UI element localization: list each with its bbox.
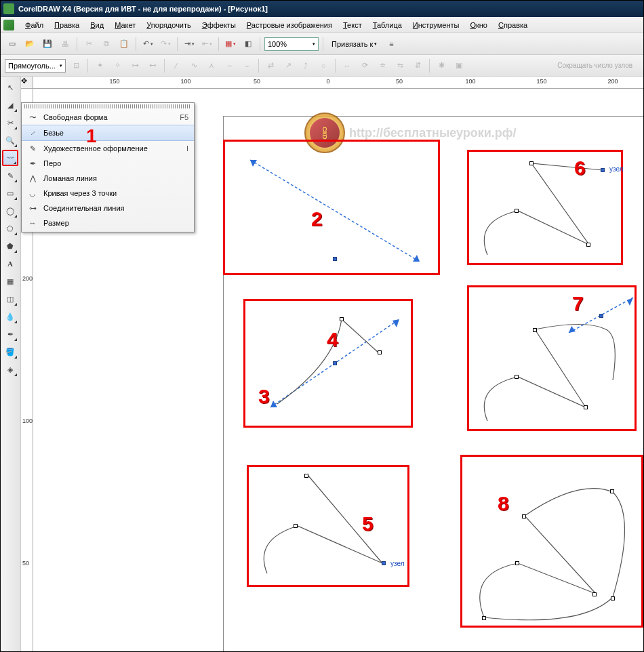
crop-tool[interactable]: ✂ [2, 115, 18, 131]
join-nodes-button[interactable]: ⊶ [127, 58, 142, 73]
menu-инструменты[interactable]: Инструменты [407, 19, 465, 31]
annotation-number-7: 7 [572, 292, 584, 315]
menu-текст[interactable]: Текст [338, 19, 367, 31]
import-button[interactable]: ⇥▾ [182, 37, 197, 52]
cut-button[interactable]: ✂ [81, 37, 96, 52]
polygon-tool[interactable]: ⬠ [2, 220, 18, 237]
svg-marker-8 [627, 298, 633, 306]
outline-tool[interactable]: ✒ [2, 326, 18, 342]
menu-эффекты[interactable]: Эффекты [197, 19, 241, 31]
align-button[interactable]: ≑ [375, 58, 390, 73]
pick-tool[interactable]: ↖ [2, 79, 18, 96]
cusp-node-button[interactable]: ⋏ [204, 58, 219, 73]
polyline-icon: ⋀ [27, 173, 38, 184]
menu-правка[interactable]: Правка [49, 19, 85, 31]
reflect-v-button[interactable]: ⇵ [410, 58, 425, 73]
fly-shortcut: F5 [180, 113, 188, 121]
s7n2 [515, 375, 519, 379]
flyout-freehand[interactable]: 〜Свободная формаF5 [22, 110, 194, 125]
delete-node-button[interactable]: ✧ [110, 58, 125, 73]
welcome-button[interactable]: ◧ [241, 37, 256, 52]
flyout-grip[interactable] [24, 104, 191, 108]
menu-таблица[interactable]: Таблица [367, 19, 407, 31]
annotation-number-3: 3 [258, 385, 270, 408]
select-all-button[interactable]: ▣ [451, 58, 466, 73]
text-tool[interactable]: A [2, 256, 18, 272]
flyout-pen[interactable]: ✒Перо [22, 156, 194, 171]
break-node-button[interactable]: ⊷ [145, 58, 160, 73]
fly-shortcut: I [186, 144, 188, 152]
node-label-5: узел [390, 560, 405, 567]
flyout-dimension[interactable]: ↔Размер [22, 216, 194, 230]
menu-app-icon[interactable] [3, 20, 14, 30]
interactive-fill-tool[interactable]: ◈ [2, 361, 18, 378]
menu-макет[interactable]: Макет [109, 19, 141, 31]
rotate-button[interactable]: ⟳ [357, 58, 372, 73]
to-line-button[interactable]: ∕ [169, 58, 184, 73]
flyout-bezier[interactable]: ⟋Безье [22, 125, 194, 141]
menubar: ФайлПравкаВидМакетУпорядочитьЭффектыРаст… [1, 17, 643, 33]
fill-tool[interactable]: 🪣 [2, 344, 18, 360]
zoom-tool[interactable]: 🔍 [2, 132, 18, 148]
step-5-drawing [247, 465, 409, 587]
new-button[interactable]: ▭ [5, 37, 20, 52]
menu-растровые изображения[interactable]: Растровые изображения [241, 19, 338, 31]
ruler-origin[interactable]: ✥ [21, 77, 33, 89]
open-button[interactable]: 📂 [22, 37, 37, 52]
extend-button[interactable]: ↗ [281, 58, 296, 73]
reflect-h-button[interactable]: ⇋ [393, 58, 407, 73]
copy-button[interactable]: ⧉ [99, 37, 114, 52]
undo-button[interactable]: ↶▾ [140, 37, 155, 52]
symm-node-button[interactable]: ⌣ [239, 58, 254, 73]
reduce-nodes-label: Сокращать число узлов [557, 62, 639, 69]
snap-label: Привязать к [331, 40, 373, 48]
interactive-tool[interactable]: ◫ [2, 291, 18, 307]
smart-tool[interactable]: ✎ [2, 167, 18, 184]
annotation-number-6: 6 [574, 157, 586, 180]
close-curve-button[interactable]: ○ [316, 58, 331, 73]
flyout-artistic[interactable]: ✎Художественное оформлениеI [22, 141, 194, 156]
export-button[interactable]: ⇤▾ [199, 37, 214, 52]
menu-файл[interactable]: Файл [20, 19, 49, 31]
extract-button[interactable]: ⤴ [298, 58, 313, 73]
menu-окно[interactable]: Окно [464, 19, 493, 31]
bezier-icon: ⟋ [27, 127, 38, 138]
smooth-node-button[interactable]: ⌢ [222, 58, 237, 73]
annotation-number-1: 1 [86, 125, 97, 147]
menu-упорядочить[interactable]: Упорядочить [141, 19, 196, 31]
annotation-number-2: 2 [311, 207, 323, 230]
flyout-3pt[interactable]: ◡Кривая через 3 точки [22, 186, 194, 201]
curve-tool-flyout: 〜Свободная формаF5⟋Безье✎Художественное … [21, 102, 195, 232]
reverse-button[interactable]: ⇄ [263, 58, 278, 73]
snap-to-dropdown[interactable]: Привязать к ▾ [327, 37, 381, 51]
menu-справка[interactable]: Справка [493, 19, 533, 31]
to-curve-button[interactable]: ∿ [186, 58, 201, 73]
flyout-polyline[interactable]: ⋀Ломаная линия [22, 171, 194, 186]
app-icon [3, 3, 14, 14]
print-button[interactable]: 🖶 [58, 37, 73, 52]
add-node-button[interactable]: ✦ [92, 58, 107, 73]
ellipse-tool[interactable]: ◯ [2, 203, 18, 219]
paste-button[interactable]: 📋 [117, 37, 132, 52]
options-button[interactable]: ≡ [384, 37, 399, 52]
propbtn-1[interactable]: ⊡ [68, 58, 83, 73]
curve-tool[interactable]: 〰 [2, 150, 18, 166]
eyedropper-tool[interactable]: 💧 [2, 308, 18, 325]
shape-preset-select[interactable]: Прямоуголь... ▾ [5, 59, 66, 73]
zoom-input[interactable]: 100% ▾ [264, 37, 319, 51]
table-tool[interactable]: ▦ [2, 273, 18, 289]
redo-button[interactable]: ↷▾ [158, 37, 173, 52]
menu-вид[interactable]: Вид [85, 19, 109, 31]
rectangle-tool[interactable]: ▭ [2, 185, 18, 201]
elastic-button[interactable]: ✱ [434, 58, 449, 73]
flyout-connector[interactable]: ⊶Соединительная линия [22, 201, 194, 216]
stretch-button[interactable]: ↔ [340, 58, 355, 73]
ruler-horizontal[interactable]: 15010050050100150200 [33, 77, 643, 89]
app-launcher-button[interactable]: ▦▾ [223, 37, 238, 52]
shape-tool[interactable]: ◢ [2, 97, 18, 113]
dimension-icon: ↔ [27, 218, 38, 228]
s5n3 [382, 561, 386, 565]
save-button[interactable]: 💾 [40, 37, 55, 52]
svg-line-0 [250, 160, 420, 262]
basic-shapes-tool[interactable]: ⬟ [2, 238, 18, 254]
